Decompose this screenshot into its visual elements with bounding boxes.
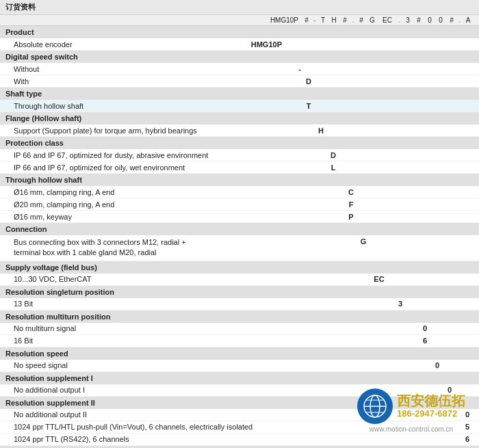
col-G: G [367,16,378,24]
row-with: With D [0,75,479,88]
column-header-row: HMG10P # - T H # . # G EC . 3 # 0 0 # . … [0,15,479,26]
watermark-company: 西安德伍拓 [397,393,465,408]
section-speed: Resolution speed [0,347,479,360]
col-hash2: # [339,16,350,24]
row-val-with: D [302,77,315,85]
col-codes: HMG10P # - T H # . # G EC . 3 # 0 0 # . … [260,16,474,24]
row-val-G: G [357,237,370,246]
section-product: Product [0,26,479,38]
row-label: No additional output II [14,410,261,419]
col-hash5: # [446,16,457,24]
row-val-D-protection: D [327,151,339,159]
row-val-P: P [345,213,357,221]
row-ip-dusty: IP 66 and IP 67, optimized for dusty, ab… [0,149,479,161]
row-label: Ø16 mm, clamping ring, A end [14,188,244,196]
section-shaft-type: Shaft type [0,88,479,100]
col-H: H [328,16,339,24]
row-val-C: C [345,188,357,196]
section-hollow: Through hollow shaft [0,174,479,186]
row-bus-box: Bus connecting box with 3 connectors M12… [0,235,479,261]
section-protection: Protection class [0,137,479,149]
main-table: Product Absolute encoder HMG10P Digital … [0,26,479,448]
row-val-dash: - [297,65,302,73]
row-ethercat: 10...30 VDC, EtherCAT EC [0,274,479,286]
header-title: 订货资料 [5,2,36,12]
section-supply: Supply voltage (field bus) [0,261,479,274]
row-value-model: HMG10P [244,40,285,49]
row-label: Support (Support plate) for torque arm, … [14,127,244,135]
col-hash3: # [356,16,367,24]
row-ip-oily: IP 66 and IP 67, optimized for oily, wet… [0,161,479,174]
row-13bit: 13 Bit 3 [0,298,479,311]
row-label: No speed signal [14,361,256,369]
row-label: Without [14,65,244,73]
col-EC: EC [378,16,397,24]
col-dot3: . [457,16,463,24]
watermark: 西安德伍拓 186-2947-6872 www.motion-control.c… [357,388,465,433]
row-label: 1024 ppr TTL (RS422), 6 channels [14,435,261,443]
col-00-1: 0 [424,16,435,24]
row-val-0-speed: 0 [431,361,443,369]
row-16mm-keyway: Ø16 mm, keyway P [0,211,479,223]
row-val-6: 6 [461,435,474,443]
row-val-H: H [315,127,327,135]
row-val-L: L [327,163,339,172]
row-label: IP 66 and IP 67, optimized for dusty, ab… [14,151,244,159]
col-hash4: # [413,16,424,24]
section-singleturn: Resolution singleturn position [0,286,479,298]
col-hash1: # [301,16,312,24]
col-dot2: . [397,16,402,24]
row-label: 1024 ppr TTL/HTL push-pull (Vin=Vout), 6… [14,423,261,431]
row-support: Support (Support plate) for torque arm, … [0,124,479,137]
row-no-multiturn: No multiturn signal 0 [0,323,479,335]
row-through-hollow: Through hollow shaft T [0,100,479,112]
row-val-3: 3 [394,300,406,308]
row-val-EC: EC [370,275,389,283]
row-16mm-clamp: Ø16 mm, clamping ring, A end C [0,186,479,198]
watermark-logo [357,388,393,424]
row-label: With [14,77,244,85]
section-connection: Connection [0,223,479,235]
row-20mm-clamp: Ø20 mm, clamping ring, A end F [0,198,479,211]
row-absolute-encoder: Absolute encoder HMG10P [0,38,479,51]
row-16bit: 16 Bit 6 [0,335,479,347]
col-00-2: 0 [435,16,446,24]
col-dot1: . [350,16,356,24]
row-label: 16 Bit [14,337,256,345]
watermark-phone: 186-2947-6872 [397,408,465,419]
section-digital-speed: Digital speed switch [0,51,479,63]
header-bar: 订货资料 [0,0,479,15]
row-label: Ø20 mm, clamping ring, A end [14,200,244,209]
row-label: IP 66 and IP 67, optimized for oily, wet… [14,163,244,172]
row-label: No additional output I [14,386,256,394]
row-label: Through hollow shaft [14,102,244,110]
col-dash: - [312,16,318,24]
col-3: 3 [402,16,413,24]
watermark-website: www.motion-control.com.cn [357,425,465,433]
section-multiturn: Resolution multiturn position [0,311,479,323]
row-label: 10...30 VDC, EtherCAT [14,275,244,283]
row-label: Bus connecting box with 3 connectors M12… [14,237,244,259]
row-val-F: F [345,200,357,209]
col-A: A [463,16,474,24]
section-flange: Flange (Hollow shaft) [0,112,479,124]
row-without: Without - [0,63,479,75]
col-T: T [318,16,328,24]
row-label: No multiturn signal [14,324,256,332]
watermark-text-block: 西安德伍拓 186-2947-6872 [397,393,465,419]
row-label: Ø16 mm, keyway [14,213,244,221]
row-no-speed: No speed signal 0 [0,360,479,372]
section-supp1: Resolution supplement I [0,372,479,384]
row-label: Absolute encoder [14,40,244,49]
row-1024-ttl-rs422: 1024 ppr TTL (RS422), 6 channels 6 [0,434,479,446]
row-val-0-multi: 0 [419,324,431,332]
row-label: 13 Bit [14,300,244,308]
row-val-T: T [302,102,315,110]
col-model: HMG10P [260,16,301,24]
row-val-6-multi: 6 [419,337,431,345]
